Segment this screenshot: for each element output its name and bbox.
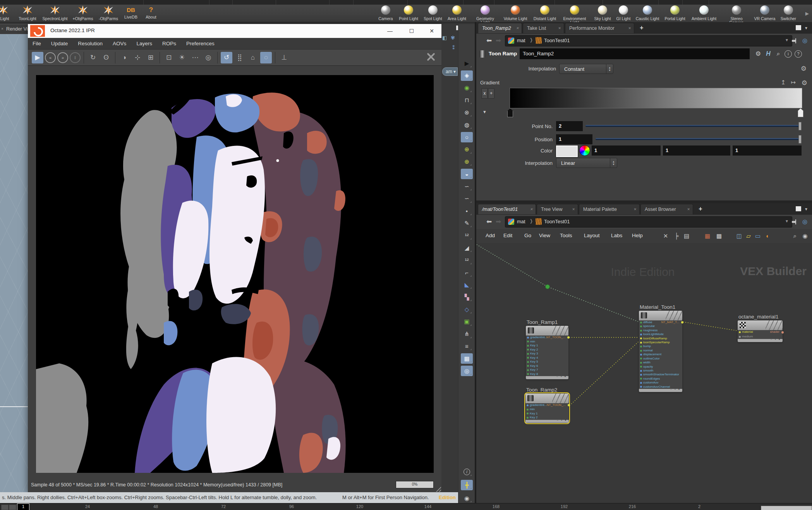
play-icon[interactable]: ▶: [32, 52, 43, 63]
node-input-diffuse[interactable]: diffuseNT_MAT_T...: [639, 320, 682, 324]
close-icon[interactable]: ✕: [687, 204, 690, 214]
input-dot[interactable]: [640, 346, 642, 347]
pixel-grid-icon[interactable]: ⣿: [234, 52, 245, 63]
shelf-tool-about[interactable]: ?About: [136, 5, 166, 19]
input-dot[interactable]: [640, 374, 642, 376]
pane-maximize-icon[interactable]: [796, 25, 801, 30]
shelf-tool-causticlight[interactable]: Caustic Light: [633, 5, 662, 21]
gradient-stop-black[interactable]: [507, 108, 513, 117]
disable-lights-icon[interactable]: ⊗: [461, 107, 473, 118]
location-pin-icon[interactable]: ◎: [461, 366, 473, 376]
input-dot[interactable]: [640, 382, 642, 384]
node-header[interactable]: [639, 311, 682, 320]
network-menu-edit[interactable]: Edit: [503, 233, 512, 238]
node-footer-bar[interactable]: [738, 339, 783, 342]
xray-diamond-icon[interactable]: ◇: [461, 304, 473, 315]
flat-brush-icon[interactable]: ◢: [461, 243, 473, 253]
point-interpolation-dropdown[interactable]: Linear▲▼: [556, 158, 617, 168]
dotted-grid-icon[interactable]: ▩: [715, 232, 723, 240]
close-button[interactable]: ✕: [426, 27, 438, 35]
link-radar-icon[interactable]: ◎: [802, 218, 807, 225]
help-icon[interactable]: ?: [795, 50, 802, 58]
timeline-playbar[interactable]: 1 244872961201441681922162: [0, 503, 812, 510]
rings-icon[interactable]: ◎: [203, 52, 214, 63]
close-icon[interactable]: ✕: [572, 204, 575, 214]
timeline-tick[interactable]: 120: [356, 504, 363, 509]
shelf-tool-spectronlight[interactable]: SpectronLight: [40, 5, 70, 21]
pane-divider[interactable]: [476, 200, 812, 203]
restart-icon[interactable]: «: [45, 52, 56, 63]
input-dot[interactable]: [527, 365, 529, 367]
add-light-icon[interactable]: ⊕: [461, 144, 473, 155]
color-palette-grid-icon[interactable]: ▦: [703, 232, 712, 240]
close-icon[interactable]: ×: [1, 27, 3, 31]
node-input-material[interactable]: materialshader: [738, 330, 783, 335]
pane-menu-icon[interactable]: ▼: [804, 207, 808, 211]
position-field[interactable]: 1: [556, 134, 592, 144]
timeline-tick[interactable]: 2: [698, 504, 700, 509]
node-header[interactable]: [738, 320, 783, 330]
expand-triangle-icon[interactable]: ▼: [482, 110, 487, 114]
timeline-tick[interactable]: 48: [153, 504, 158, 509]
timeline-tick[interactable]: 96: [289, 504, 294, 509]
curve-handle-icon[interactable]: ⌐: [461, 267, 473, 278]
gradient-ramp[interactable]: [510, 88, 802, 108]
chevron-down-icon[interactable]: ▼: [785, 219, 789, 223]
input-dot[interactable]: [527, 412, 529, 414]
smooth-shade-sphere-icon[interactable]: ◒: [461, 169, 473, 179]
timeline-tick[interactable]: 144: [424, 504, 431, 509]
sphere-pair-icon[interactable]: ✾: [451, 35, 455, 41]
color-g-field[interactable]: 1: [663, 145, 730, 156]
frame-region-icon[interactable]: ▣: [461, 317, 473, 327]
input-dot[interactable]: [640, 358, 642, 359]
node-input-roundedges[interactable]: roundEdges: [639, 377, 682, 381]
params-tab-takelist[interactable]: Take List✕: [523, 23, 564, 33]
snapshot-image-icon[interactable]: ▦: [461, 353, 473, 364]
node-input-key1[interactable]: Key 1: [526, 344, 568, 348]
octane-menu-file[interactable]: File: [33, 41, 41, 46]
params-tab-toonramp2[interactable]: Toon_Ramp2✕: [478, 23, 522, 33]
shelf-tool-environmentlight[interactable]: Environment Light: [560, 5, 589, 24]
refresh-icon[interactable]: ↻: [87, 52, 99, 63]
octane-viewport-icon[interactable]: ◉: [461, 83, 473, 93]
point-no-slider-handle[interactable]: [798, 122, 802, 130]
network-menu-help[interactable]: Help: [632, 233, 643, 238]
new-tab-button[interactable]: +: [637, 24, 646, 32]
network-menu-labs[interactable]: Labs: [611, 233, 622, 238]
node-input-smoothshadowterminator[interactable]: smoothShadowTerminator: [639, 373, 682, 377]
pin-icon[interactable]: [791, 38, 797, 44]
remove-point-button[interactable]: x: [481, 88, 488, 99]
input-dot[interactable]: [527, 337, 529, 339]
tab-render-view[interactable]: × Render Vi: [0, 24, 28, 34]
sync-icon[interactable]: ↺: [221, 52, 232, 63]
shelf-overflow-arrow[interactable]: ▶: [805, 11, 809, 16]
node-footer-bar[interactable]: [526, 376, 568, 379]
focus-picker-icon[interactable]: ⊡: [163, 52, 175, 63]
node-footer-bar[interactable]: [525, 420, 569, 423]
node-input-key1[interactable]: Key 1: [525, 412, 569, 416]
input-dot[interactable]: [527, 357, 529, 359]
color-swatch[interactable]: [556, 145, 578, 157]
forward-arrow-icon[interactable]: ➡: [496, 36, 501, 44]
cube-icon[interactable]: ◧: [442, 35, 447, 41]
add-point-button[interactable]: +: [488, 88, 494, 99]
octane-menu-resolution[interactable]: Resolution: [78, 41, 103, 46]
ramp-flip-icon[interactable]: ↥: [781, 79, 786, 86]
crop-icon[interactable]: ⊥: [278, 52, 290, 63]
node-input-customaov[interactable]: customAov: [639, 381, 682, 385]
expand-arrow-icon[interactable]: ▶: [461, 58, 473, 68]
octane-menu-aovs[interactable]: AOVs: [113, 41, 126, 46]
ramp-spread-icon[interactable]: ↦: [791, 79, 796, 86]
input-dot[interactable]: [527, 353, 529, 355]
node-header[interactable]: [525, 394, 569, 403]
node-input-width[interactable]: width: [639, 361, 682, 365]
node-input-bump[interactable]: bump: [639, 344, 682, 348]
node-input-outlinecolor[interactable]: outlineColor: [639, 357, 682, 361]
input-dot[interactable]: [527, 349, 529, 351]
tools-crossed-icon[interactable]: [426, 52, 436, 62]
snippet-icon[interactable]: ◖: [763, 232, 771, 240]
info-icon[interactable]: i: [461, 467, 473, 477]
network-tab-treeview[interactable]: Tree View✕: [537, 204, 578, 214]
node-name-field[interactable]: Toon_Ramp2: [520, 48, 750, 59]
point-size-12-icon[interactable]: ¹²: [461, 230, 473, 241]
